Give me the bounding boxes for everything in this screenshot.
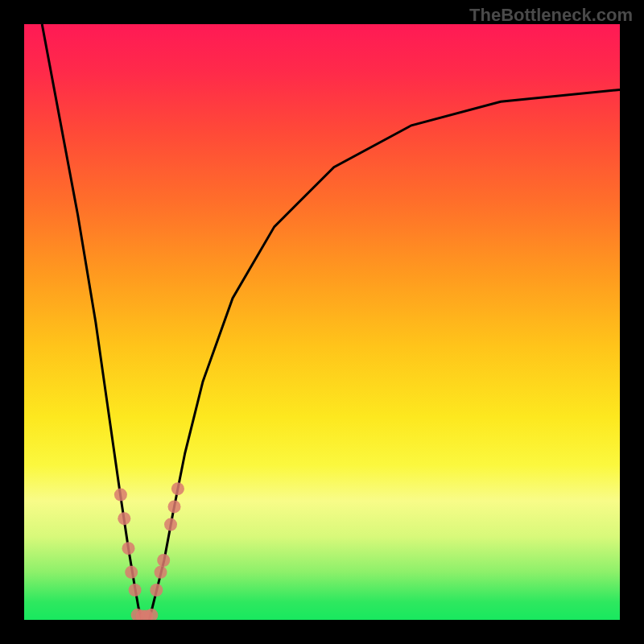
data-marker (150, 584, 163, 597)
data-marker (125, 566, 138, 579)
data-marker (168, 500, 181, 513)
data-marker (114, 489, 127, 502)
curve-left-branch (42, 24, 142, 620)
chart-svg (24, 24, 620, 620)
data-marker (164, 518, 177, 531)
marker-group (114, 482, 184, 620)
chart-plot-area (24, 24, 620, 620)
curve-right-branch (149, 89, 620, 620)
data-marker (122, 542, 135, 555)
watermark-text: TheBottleneck.com (469, 5, 633, 26)
data-marker (118, 512, 130, 525)
data-marker (171, 482, 184, 495)
data-marker (129, 584, 142, 597)
data-marker (157, 554, 170, 567)
data-marker (155, 566, 167, 579)
